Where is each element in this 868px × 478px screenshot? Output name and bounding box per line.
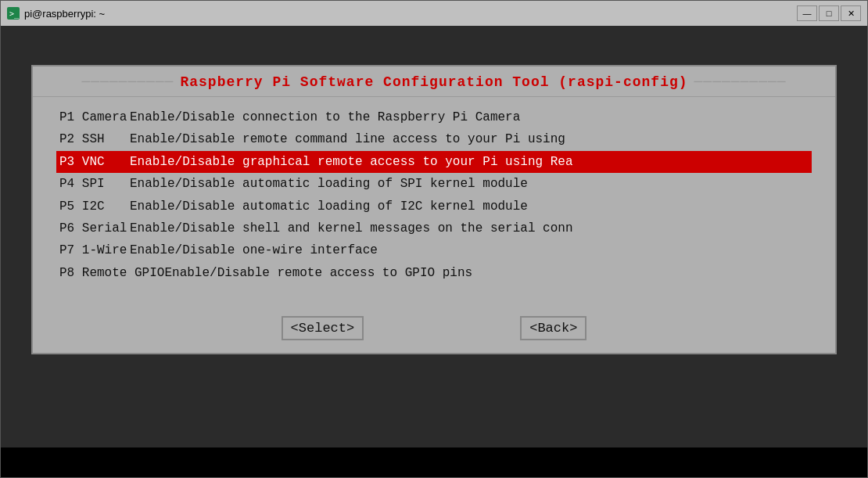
menu-item-desc-p1: Enable/Disable connection to the Raspber… (130, 109, 520, 126)
menu-item-id-p8: P8 Remote GPIO (59, 264, 164, 282)
menu-item-p6[interactable]: P6 SerialEnable/Disable shell and kernel… (56, 217, 812, 239)
menu-item-p8[interactable]: P8 Remote GPIOEnable/Disable remote acce… (56, 262, 812, 284)
title-bar-left: >_ pi@raspberrypi: ~ (7, 7, 105, 20)
menu-list: P1 CameraEnable/Disable connection to th… (33, 97, 835, 300)
menu-item-id-p5: P5 I2C (59, 198, 130, 215)
menu-item-p3[interactable]: P3 VNCEnable/Disable graphical remote ac… (56, 151, 812, 173)
maximize-button[interactable]: □ (819, 5, 839, 21)
dialog-container: ────────── Raspberry Pi Software Configu… (1, 57, 867, 447)
menu-item-desc-p2: Enable/Disable remote command line acces… (130, 131, 565, 148)
menu-item-desc-p7: Enable/Disable one-wire interface (130, 242, 378, 259)
menu-item-p1[interactable]: P1 CameraEnable/Disable connection to th… (56, 106, 812, 128)
menu-item-id-p3: P3 VNC (59, 153, 130, 171)
terminal-top-space (1, 26, 867, 57)
minimize-button[interactable]: — (797, 5, 817, 21)
title-bar: >_ pi@raspberrypi: ~ — □ ✕ (1, 1, 867, 26)
select-button[interactable]: <Select> (282, 316, 364, 340)
menu-item-p2[interactable]: P2 SSHEnable/Disable remote command line… (56, 128, 812, 150)
dialog-title-text: Raspberry Pi Software Configuration Tool… (180, 74, 687, 90)
dialog-title-bar: ────────── Raspberry Pi Software Configu… (33, 66, 835, 97)
menu-item-p7[interactable]: P7 1-WireEnable/Disable one-wire interfa… (56, 239, 812, 261)
dialog-buttons-row: <Select> <Back> (33, 300, 835, 353)
raspi-config-dialog: ────────── Raspberry Pi Software Configu… (31, 65, 837, 354)
menu-item-id-p6: P6 Serial (59, 220, 130, 237)
menu-item-id-p1: P1 Camera (59, 109, 130, 126)
terminal-body: ────────── Raspberry Pi Software Configu… (1, 26, 867, 477)
window-controls: — □ ✕ (797, 5, 861, 21)
menu-item-desc-p4: Enable/Disable automatic loading of SPI … (130, 175, 528, 192)
close-button[interactable]: ✕ (841, 5, 861, 21)
menu-item-desc-p6: Enable/Disable shell and kernel messages… (130, 220, 573, 237)
menu-item-desc-p8: Enable/Disable remote access to GPIO pin… (164, 264, 472, 282)
menu-item-p4[interactable]: P4 SPIEnable/Disable automatic loading o… (56, 173, 812, 195)
terminal-icon: >_ (7, 7, 20, 20)
menu-item-id-p7: P7 1-Wire (59, 242, 130, 259)
back-button[interactable]: <Back> (520, 316, 586, 340)
menu-item-id-p4: P4 SPI (59, 175, 130, 192)
menu-item-p5[interactable]: P5 I2CEnable/Disable automatic loading o… (56, 196, 812, 217)
terminal-bottom-bar (1, 447, 867, 477)
menu-item-id-p2: P2 SSH (59, 131, 130, 148)
svg-text:>_: >_ (9, 9, 20, 19)
menu-item-desc-p5: Enable/Disable automatic loading of I2C … (130, 198, 528, 215)
terminal-window: >_ pi@raspberrypi: ~ — □ ✕ ────────── Ra… (0, 0, 868, 478)
menu-item-desc-p3: Enable/Disable graphical remote access t… (130, 153, 573, 171)
window-title: pi@raspberrypi: ~ (24, 8, 105, 20)
